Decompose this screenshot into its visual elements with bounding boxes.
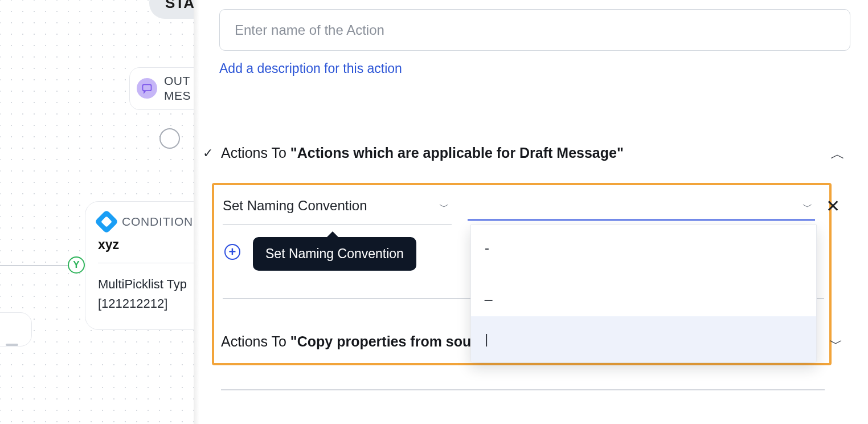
check-icon: ✓ [203,146,213,161]
chevron-down-icon[interactable]: ﹀ [829,335,843,353]
action-type-value: Set Naming Convention [223,198,367,213]
chevron-up-icon[interactable]: ︿ [830,144,845,164]
section2-prefix: Actions To [221,333,290,349]
add-description-link[interactable]: Add a description for this action [219,61,402,76]
edge-connector[interactable] [159,128,180,149]
dropdown-option-underscore[interactable]: _ [471,271,816,316]
condition-type-label: CONDITION [122,215,193,229]
start-label: STA [165,0,195,12]
add-action-row[interactable]: + [224,244,240,260]
remove-action-button[interactable]: ✕ [826,196,840,216]
outbound-label: OUT MES [164,74,191,104]
dropdown-option-dash[interactable]: - [471,225,816,271]
edge-line [0,265,68,266]
condition-icon [95,210,118,234]
action-name-input[interactable] [219,9,850,51]
value-dropdown: - _ | [470,225,817,362]
chevron-down-icon: ﹀ [439,200,449,214]
section1-title: "Actions which are applicable for Draft … [290,145,624,161]
plus-icon: + [224,244,240,260]
section1-prefix: Actions To [221,145,290,161]
partial-node[interactable] [0,312,32,346]
dropdown-option-pipe[interactable]: | [471,316,816,362]
svg-rect-0 [143,85,152,91]
action-value-select[interactable]: ﹀ [468,195,815,221]
section2-title: "Copy properties from sou [290,333,471,349]
divider [221,389,825,390]
condition-expression: MultiPicklist Typ [121212212] [98,275,208,313]
action-type-select[interactable]: Set Naming Convention ﹀ [223,195,452,225]
tooltip: Set Naming Convention [253,237,416,271]
yes-badge: Y [68,256,85,274]
action-row: Set Naming Convention ﹀ ﹀ [223,195,815,225]
chevron-down-icon: ﹀ [803,200,813,214]
workflow-canvas: STA OUT MES Y CONDITION xyz MultiPicklis… [0,0,194,424]
partial-node-dash [6,344,18,346]
chat-icon [137,78,157,99]
section-header-copy-props[interactable]: Actions To "Copy properties from sou [221,333,471,350]
section-header-draft-actions[interactable]: ✓ Actions To "Actions which are applicab… [203,145,624,161]
condition-name: xyz [98,237,208,252]
